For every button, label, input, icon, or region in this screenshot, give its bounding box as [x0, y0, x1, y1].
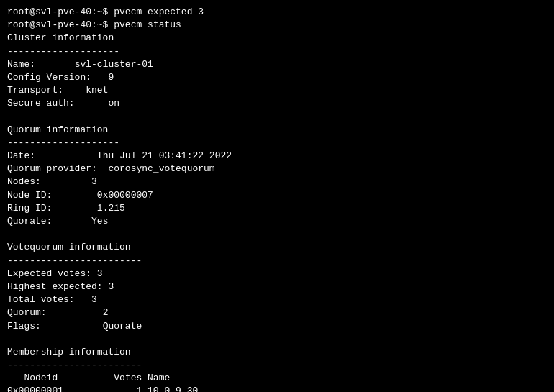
col-name: Name — [147, 373, 170, 383]
cluster-name-value: svl-cluster-01 — [75, 59, 153, 70]
votequorum-expected-line: Expected votes: 3 — [7, 268, 547, 281]
votequorum-highest-value: 3 — [108, 281, 114, 292]
cluster-auth-label: Secure auth: — [7, 98, 75, 109]
votequorum-divider: ------------------------ — [7, 255, 547, 268]
quorum-nodeid-line: Node ID: 0x00000007 — [7, 189, 547, 202]
quorum-ringid-line: Ring ID: 1.215 — [7, 202, 547, 215]
quorum-date-value: Thu Jul 21 03:41:22 2022 — [97, 150, 232, 161]
col-votes: Votes — [114, 373, 142, 383]
quorum-nodeid-label: Node ID: — [7, 190, 52, 201]
votequorum-total-label: Total votes: — [7, 294, 75, 305]
votequorum-highest-label: Highest expected: — [7, 281, 103, 292]
quorum-provider-value: corosync_votequorum — [108, 163, 214, 174]
votequorum-expected-label: Expected votes: — [7, 268, 91, 279]
quorum-date-label: Date: — [7, 150, 35, 161]
votequorum-highest-line: Highest expected: 3 — [7, 281, 547, 293]
cluster-config-value: 9 — [108, 72, 114, 83]
quorum-nodes-label: Nodes: — [7, 176, 41, 187]
cluster-auth-line: Secure auth: on — [7, 97, 547, 110]
cluster-transport-line: Transport: knet — [7, 84, 547, 97]
quorum-nodes-value: 3 — [91, 176, 97, 187]
prompt-line-2: root@svl-pve-40:~$ pvecm status — [7, 19, 547, 32]
cluster-config-label: Config Version: — [7, 72, 91, 83]
quorum-quorate-value: Yes — [91, 216, 108, 227]
cluster-section-header: Cluster information — [7, 32, 547, 45]
membership-divider: ------------------------ — [7, 359, 547, 372]
votequorum-quorum-label: Quorum: — [7, 307, 47, 318]
cluster-transport-value: knet — [86, 85, 108, 96]
quorum-provider-line: Quorum provider: corosync_votequorum — [7, 163, 547, 176]
cluster-name-label: Name: — [7, 59, 35, 70]
quorum-divider: -------------------- — [7, 137, 547, 150]
membership-row: 0x00000001 1 10.0.9.30 — [7, 385, 547, 392]
votequorum-flags-value: Quorate — [103, 321, 142, 332]
blank-2 — [7, 228, 547, 241]
votequorum-quorum-value: 2 — [103, 307, 109, 318]
cluster-divider: -------------------- — [7, 45, 547, 58]
quorum-quorate-line: Quorate: Yes — [7, 215, 547, 228]
quorum-quorate-label: Quorate: — [7, 216, 52, 227]
quorum-ringid-label: Ring ID: — [7, 203, 52, 214]
quorum-date-line: Date: Thu Jul 21 03:41:22 2022 — [7, 150, 547, 163]
blank-3 — [7, 333, 547, 346]
votequorum-section-header: Votequorum information — [7, 241, 547, 254]
membership-col-header: Nodeid Votes Name — [7, 372, 547, 385]
quorum-provider-label: Quorum provider: — [7, 163, 97, 174]
quorum-ringid-value: 1.215 — [97, 203, 125, 214]
membership-table: 0x00000001 1 10.0.9.300x00000004 1 10.0.… — [7, 385, 547, 392]
quorum-section-header: Quorum information — [7, 124, 547, 137]
cluster-config-line: Config Version: 9 — [7, 71, 547, 84]
col-nodeid: Nodeid — [24, 373, 58, 383]
cluster-transport-label: Transport: — [7, 85, 63, 96]
quorum-nodeid-value: 0x00000007 — [97, 190, 153, 201]
quorum-nodes-line: Nodes: 3 — [7, 176, 547, 188]
prompt-line-1: root@svl-pve-40:~$ pvecm expected 3 — [7, 6, 547, 19]
votequorum-expected-value: 3 — [97, 268, 103, 279]
votequorum-flags-label: Flags: — [7, 321, 41, 332]
votequorum-total-line: Total votes: 3 — [7, 293, 547, 306]
cluster-auth-value: on — [108, 98, 119, 109]
votequorum-quorum-line: Quorum: 2 — [7, 306, 547, 319]
votequorum-flags-line: Flags: Quorate — [7, 320, 547, 333]
cluster-name-line: Name: svl-cluster-01 — [7, 58, 547, 71]
votequorum-total-value: 3 — [91, 294, 97, 305]
membership-section-header: Membership information — [7, 346, 547, 359]
blank-1 — [7, 111, 547, 124]
